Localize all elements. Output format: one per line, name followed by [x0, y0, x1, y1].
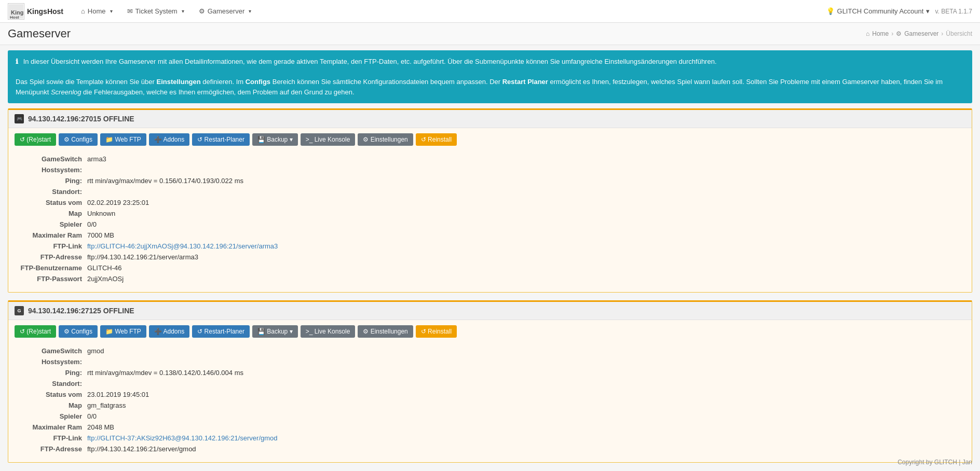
breadcrumb-gameserver-icon: ⚙ [896, 30, 902, 37]
nav-right: 💡 GLITCH Community Account ▾ v. BETA 1.1… [826, 7, 972, 15]
server-details-1: GameSwitch arma3 Hostsystem: Ping: rtt m… [8, 151, 972, 292]
detail-value: 23.01.2019 19:45:01 [87, 391, 965, 398]
detail-row: FTP-Passwort 2ujjXmAOSj [15, 273, 965, 284]
logo-icon: Kings Host [8, 3, 24, 20]
detail-value: rtt min/avg/max/mdev = 0.156/0.174/0.193… [87, 177, 965, 185]
footer-text: Copyright by GLITCH | Jan [897, 459, 972, 466]
detail-row: Spieler 0/0 [15, 411, 965, 422]
webftp-button-2[interactable]: 📁 Web FTP [100, 325, 146, 338]
brand-logo[interactable]: Kings Host KingsHost [8, 3, 63, 20]
detail-label: Spieler [15, 220, 87, 228]
breadcrumb-sep1: › [891, 30, 893, 37]
user-label: GLITCH Community Account [837, 7, 924, 15]
nav-gameserver[interactable]: ⚙ Gameserver ▾ [192, 0, 259, 23]
nav-gameserver-caret: ▾ [249, 8, 251, 14]
ftp-link-1[interactable]: ftp://GLITCH-46:2ujjXmAOSj@94.130.142.19… [87, 242, 278, 250]
nav-ticket[interactable]: ✉ Ticket System ▾ [120, 0, 192, 23]
detail-value: ftp://94.130.142.196:21/server/gmod [87, 445, 965, 453]
detail-label: FTP-Link [15, 242, 87, 250]
nav-ticket-caret: ▾ [182, 8, 184, 14]
nav-home[interactable]: ⌂ Home ▾ [74, 0, 120, 23]
server-card-2: G 94.130.142.196:27125 OFFLINE ↺ (Re)sta… [8, 300, 972, 463]
reinstall-button-2[interactable]: ↺ Reinstall [416, 325, 457, 338]
detail-label: Maximaler Ram [15, 423, 87, 431]
server-icon-2: G [15, 306, 24, 315]
detail-label: FTP-Link [15, 434, 87, 442]
user-menu[interactable]: 💡 GLITCH Community Account ▾ [826, 7, 930, 15]
nav-items: ⌂ Home ▾ ✉ Ticket System ▾ ⚙ Gameserver … [74, 0, 826, 23]
detail-label: FTP-Adresse [15, 445, 87, 453]
detail-label: Hostsystem: [15, 358, 87, 366]
detail-label: Status vom [15, 199, 87, 206]
console-button-1[interactable]: >_ Live Konsole [301, 133, 356, 146]
detail-label: GameSwitch [15, 347, 87, 355]
detail-row: GameSwitch gmod [15, 345, 965, 356]
nav-home-label: Home [88, 7, 106, 15]
detail-row: FTP-Link ftp://GLITCH-46:2ujjXmAOSj@94.1… [15, 241, 965, 252]
detail-value: 0/0 [87, 220, 965, 228]
addons-button-1[interactable]: ➕ Addons [149, 133, 189, 146]
ticket-icon: ✉ [127, 7, 133, 15]
page-header: Gameserver ⌂ Home › ⚙ Gameserver › Übers… [0, 23, 980, 45]
detail-value [87, 358, 965, 366]
restart-button-2[interactable]: ↺ (Re)start [15, 325, 56, 338]
webftp-button-1[interactable]: 📁 Web FTP [100, 133, 146, 146]
nav-home-caret: ▾ [110, 8, 113, 14]
server-address-1: 94.130.142.196:27015 OFFLINE [28, 115, 134, 123]
breadcrumb-gameserver[interactable]: Gameserver [904, 30, 938, 37]
configs-button-2[interactable]: ⚙ Configs [59, 325, 98, 338]
detail-value: ftp://GLITCH-37:AKSiz92H63@94.130.142.19… [87, 434, 965, 442]
detail-row: Hostsystem: [15, 356, 965, 367]
server-address-2: 94.130.142.196:27125 OFFLINE [28, 307, 134, 315]
settings-button-1[interactable]: ⚙ Einstellungen [358, 133, 413, 146]
detail-value: gmod [87, 347, 965, 355]
backup-button-2[interactable]: 💾 Backup ▾ [252, 325, 298, 338]
home-icon: ⌂ [81, 7, 85, 15]
detail-row: Status vom 02.02.2019 23:25:01 [15, 197, 965, 208]
detail-row: Maximaler Ram 7000 MB [15, 230, 965, 241]
detail-value: GLITCH-46 [87, 264, 965, 272]
footer: Copyright by GLITCH | Jan [897, 459, 972, 466]
detail-value: 2048 MB [87, 423, 965, 431]
detail-label: Standort: [15, 380, 87, 387]
settings-button-2[interactable]: ⚙ Einstellungen [358, 325, 413, 338]
detail-label: FTP-Benutzername [15, 264, 87, 272]
detail-row: Standort: [15, 186, 965, 197]
restartplaner-button-1[interactable]: ↺ Restart-Planer [192, 133, 250, 146]
ftp-link-2[interactable]: ftp://GLITCH-37:AKSiz92H63@94.130.142.19… [87, 434, 278, 442]
restart-button-1[interactable]: ↺ (Re)start [15, 133, 56, 146]
detail-row: Ping: rtt min/avg/max/mdev = 0.156/0.174… [15, 175, 965, 186]
addons-button-2[interactable]: ➕ Addons [149, 325, 189, 338]
detail-row: Spieler 0/0 [15, 219, 965, 230]
server-toolbar-1: ↺ (Re)start ⚙ Configs 📁 Web FTP ➕ Addons… [8, 128, 972, 151]
restartplaner-button-2[interactable]: ↺ Restart-Planer [192, 325, 250, 338]
backup-button-1[interactable]: 💾 Backup ▾ [252, 133, 298, 146]
breadcrumb: ⌂ Home › ⚙ Gameserver › Übersicht [866, 30, 972, 37]
brand-name: KingsHost [27, 7, 63, 16]
alert-icon: ℹ [16, 58, 18, 65]
detail-row: Status vom 23.01.2019 19:45:01 [15, 389, 965, 400]
detail-label: FTP-Adresse [15, 253, 87, 261]
main-content: 🎮 94.130.142.196:27015 OFFLINE ↺ (Re)sta… [0, 108, 980, 471]
configs-button-1[interactable]: ⚙ Configs [59, 133, 98, 146]
server-icon-1: 🎮 [15, 114, 24, 123]
page-title: Gameserver [8, 27, 71, 40]
alert-text-main: In dieser Übersicht werden Ihre Gameserv… [23, 58, 717, 65]
gameserver-nav-icon: ⚙ [199, 7, 205, 15]
console-button-2[interactable]: >_ Live Konsole [301, 325, 356, 338]
detail-value: 2ujjXmAOSj [87, 275, 965, 283]
detail-value: arma3 [87, 155, 965, 163]
detail-value: ftp://GLITCH-46:2ujjXmAOSj@94.130.142.19… [87, 242, 965, 250]
detail-value [87, 166, 965, 174]
detail-row: GameSwitch arma3 [15, 154, 965, 164]
navbar: Kings Host KingsHost ⌂ Home ▾ ✉ Ticket S… [0, 0, 980, 23]
breadcrumb-home[interactable]: Home [872, 30, 889, 37]
detail-row: Map gm_flatgrass [15, 400, 965, 411]
detail-value: 02.02.2019 23:25:01 [87, 199, 965, 206]
detail-row: Standort: [15, 378, 965, 389]
reinstall-button-1[interactable]: ↺ Reinstall [416, 133, 457, 146]
user-icon: 💡 [826, 7, 835, 15]
svg-text:Host: Host [10, 15, 19, 19]
nav-gameserver-label: Gameserver [208, 7, 245, 15]
server-card-1: 🎮 94.130.142.196:27015 OFFLINE ↺ (Re)sta… [8, 108, 972, 293]
